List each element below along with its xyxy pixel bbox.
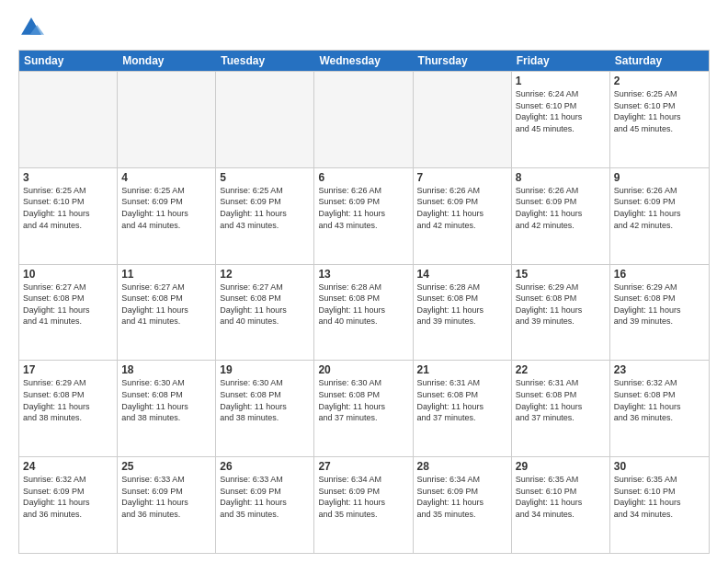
- day-number: 25: [121, 460, 211, 473]
- cell-info: Sunrise: 6:33 AM Sunset: 6:09 PM Dayligh…: [121, 474, 211, 520]
- day-number: 13: [318, 268, 408, 281]
- cell-info: Sunrise: 6:29 AM Sunset: 6:08 PM Dayligh…: [23, 377, 113, 423]
- cal-cell-30: 30 Sunrise: 6:35 AM Sunset: 6:10 PM Dayl…: [610, 457, 709, 553]
- cal-cell-empty-4: [414, 72, 512, 167]
- cell-info: Sunrise: 6:26 AM Sunset: 6:09 PM Dayligh…: [318, 185, 408, 231]
- page: SundayMondayTuesdayWednesdayThursdayFrid…: [0, 0, 728, 563]
- day-number: 29: [516, 460, 606, 473]
- cell-info: Sunrise: 6:25 AM Sunset: 6:10 PM Dayligh…: [614, 88, 705, 134]
- cal-cell-22: 22 Sunrise: 6:31 AM Sunset: 6:08 PM Dayl…: [512, 361, 610, 456]
- day-number: 14: [417, 268, 507, 281]
- cal-cell-28: 28 Sunrise: 6:34 AM Sunset: 6:09 PM Dayl…: [414, 457, 512, 553]
- cal-cell-empty-2: [216, 72, 314, 167]
- day-number: 2: [614, 75, 705, 87]
- cell-info: Sunrise: 6:34 AM Sunset: 6:09 PM Dayligh…: [318, 474, 408, 520]
- cell-info: Sunrise: 6:27 AM Sunset: 6:08 PM Dayligh…: [23, 282, 113, 327]
- day-number: 8: [516, 171, 606, 184]
- cell-info: Sunrise: 6:28 AM Sunset: 6:08 PM Dayligh…: [318, 282, 408, 327]
- cell-info: Sunrise: 6:26 AM Sunset: 6:09 PM Dayligh…: [417, 185, 507, 231]
- week-row-5: 24 Sunrise: 6:32 AM Sunset: 6:09 PM Dayl…: [19, 456, 709, 553]
- week-row-3: 10 Sunrise: 6:27 AM Sunset: 6:08 PM Dayl…: [19, 264, 709, 361]
- day-number: 5: [220, 171, 310, 184]
- day-number: 12: [220, 268, 310, 281]
- cell-info: Sunrise: 6:35 AM Sunset: 6:10 PM Dayligh…: [614, 474, 705, 520]
- week-row-1: 1 Sunrise: 6:24 AM Sunset: 6:10 PM Dayli…: [19, 71, 709, 167]
- day-number: 27: [318, 460, 408, 473]
- cal-cell-1: 1 Sunrise: 6:24 AM Sunset: 6:10 PM Dayli…: [512, 72, 610, 167]
- day-of-week-tuesday: Tuesday: [216, 51, 314, 71]
- cal-cell-empty-1: [118, 72, 216, 167]
- cell-info: Sunrise: 6:30 AM Sunset: 6:08 PM Dayligh…: [220, 377, 310, 423]
- day-number: 23: [614, 363, 705, 376]
- cal-cell-2: 2 Sunrise: 6:25 AM Sunset: 6:10 PM Dayli…: [610, 72, 709, 167]
- cell-info: Sunrise: 6:35 AM Sunset: 6:10 PM Dayligh…: [516, 474, 606, 520]
- day-number: 16: [614, 268, 705, 281]
- cell-info: Sunrise: 6:31 AM Sunset: 6:08 PM Dayligh…: [516, 377, 606, 423]
- day-of-week-thursday: Thursday: [414, 51, 512, 71]
- cal-cell-26: 26 Sunrise: 6:33 AM Sunset: 6:09 PM Dayl…: [216, 457, 314, 553]
- day-number: 10: [23, 268, 113, 281]
- cal-cell-18: 18 Sunrise: 6:30 AM Sunset: 6:08 PM Dayl…: [118, 361, 216, 456]
- cell-info: Sunrise: 6:26 AM Sunset: 6:09 PM Dayligh…: [516, 185, 606, 231]
- cal-cell-24: 24 Sunrise: 6:32 AM Sunset: 6:09 PM Dayl…: [19, 457, 118, 553]
- cal-cell-23: 23 Sunrise: 6:32 AM Sunset: 6:08 PM Dayl…: [610, 361, 709, 456]
- day-of-week-saturday: Saturday: [610, 51, 709, 71]
- cal-cell-27: 27 Sunrise: 6:34 AM Sunset: 6:09 PM Dayl…: [314, 457, 413, 553]
- day-number: 15: [516, 268, 606, 281]
- cell-info: Sunrise: 6:25 AM Sunset: 6:09 PM Dayligh…: [220, 185, 310, 231]
- day-number: 22: [516, 363, 606, 376]
- cal-cell-11: 11 Sunrise: 6:27 AM Sunset: 6:08 PM Dayl…: [118, 265, 216, 361]
- day-number: 18: [121, 363, 211, 376]
- cell-info: Sunrise: 6:26 AM Sunset: 6:09 PM Dayligh…: [614, 185, 705, 231]
- cal-cell-7: 7 Sunrise: 6:26 AM Sunset: 6:09 PM Dayli…: [414, 168, 512, 264]
- day-number: 7: [417, 171, 507, 184]
- cal-cell-8: 8 Sunrise: 6:26 AM Sunset: 6:09 PM Dayli…: [512, 168, 610, 264]
- logo-icon: [18, 15, 44, 40]
- week-row-2: 3 Sunrise: 6:25 AM Sunset: 6:10 PM Dayli…: [19, 167, 709, 264]
- day-of-week-monday: Monday: [118, 51, 216, 71]
- day-number: 9: [614, 171, 705, 184]
- calendar-body: 1 Sunrise: 6:24 AM Sunset: 6:10 PM Dayli…: [19, 71, 709, 553]
- calendar-header: SundayMondayTuesdayWednesdayThursdayFrid…: [19, 51, 709, 71]
- day-number: 4: [121, 171, 211, 184]
- day-of-week-friday: Friday: [512, 51, 610, 71]
- cal-cell-20: 20 Sunrise: 6:30 AM Sunset: 6:08 PM Dayl…: [314, 361, 413, 456]
- cal-cell-25: 25 Sunrise: 6:33 AM Sunset: 6:09 PM Dayl…: [118, 457, 216, 553]
- cell-info: Sunrise: 6:29 AM Sunset: 6:08 PM Dayligh…: [516, 282, 606, 327]
- week-row-4: 17 Sunrise: 6:29 AM Sunset: 6:08 PM Dayl…: [19, 360, 709, 456]
- day-number: 6: [318, 171, 408, 184]
- day-number: 1: [516, 75, 606, 87]
- cell-info: Sunrise: 6:25 AM Sunset: 6:10 PM Dayligh…: [23, 185, 113, 231]
- cal-cell-21: 21 Sunrise: 6:31 AM Sunset: 6:08 PM Dayl…: [414, 361, 512, 456]
- cal-cell-3: 3 Sunrise: 6:25 AM Sunset: 6:10 PM Dayli…: [19, 168, 118, 264]
- day-number: 19: [220, 363, 310, 376]
- cell-info: Sunrise: 6:29 AM Sunset: 6:08 PM Dayligh…: [614, 282, 705, 327]
- day-number: 30: [614, 460, 705, 473]
- cell-info: Sunrise: 6:31 AM Sunset: 6:08 PM Dayligh…: [417, 377, 507, 423]
- cell-info: Sunrise: 6:30 AM Sunset: 6:08 PM Dayligh…: [121, 377, 211, 423]
- day-number: 3: [23, 171, 113, 184]
- calendar: SundayMondayTuesdayWednesdayThursdayFrid…: [18, 50, 710, 554]
- cell-info: Sunrise: 6:27 AM Sunset: 6:08 PM Dayligh…: [220, 282, 310, 327]
- header: [18, 15, 710, 40]
- cal-cell-15: 15 Sunrise: 6:29 AM Sunset: 6:08 PM Dayl…: [512, 265, 610, 361]
- cal-cell-17: 17 Sunrise: 6:29 AM Sunset: 6:08 PM Dayl…: [19, 361, 118, 456]
- cell-info: Sunrise: 6:33 AM Sunset: 6:09 PM Dayligh…: [220, 474, 310, 520]
- cell-info: Sunrise: 6:30 AM Sunset: 6:08 PM Dayligh…: [318, 377, 408, 423]
- day-number: 20: [318, 363, 408, 376]
- cal-cell-12: 12 Sunrise: 6:27 AM Sunset: 6:08 PM Dayl…: [216, 265, 314, 361]
- day-of-week-sunday: Sunday: [19, 51, 118, 71]
- logo: [18, 15, 48, 40]
- day-number: 17: [23, 363, 113, 376]
- cal-cell-10: 10 Sunrise: 6:27 AM Sunset: 6:08 PM Dayl…: [19, 265, 118, 361]
- cell-info: Sunrise: 6:25 AM Sunset: 6:09 PM Dayligh…: [121, 185, 211, 231]
- day-number: 26: [220, 460, 310, 473]
- day-number: 21: [417, 363, 507, 376]
- cal-cell-6: 6 Sunrise: 6:26 AM Sunset: 6:09 PM Dayli…: [314, 168, 413, 264]
- day-number: 24: [23, 460, 113, 473]
- cal-cell-empty-0: [19, 72, 118, 167]
- cell-info: Sunrise: 6:34 AM Sunset: 6:09 PM Dayligh…: [417, 474, 507, 520]
- cal-cell-29: 29 Sunrise: 6:35 AM Sunset: 6:10 PM Dayl…: [512, 457, 610, 553]
- day-of-week-wednesday: Wednesday: [314, 51, 413, 71]
- cal-cell-9: 9 Sunrise: 6:26 AM Sunset: 6:09 PM Dayli…: [610, 168, 709, 264]
